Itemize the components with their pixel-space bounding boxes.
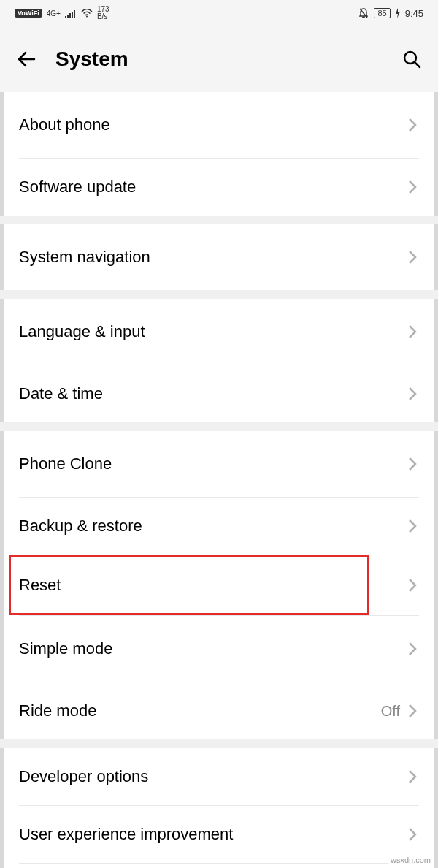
item-label: User experience improvement (19, 825, 406, 844)
header: System (0, 26, 438, 92)
status-left: VoWiFi 4G+ 173 B/s (15, 6, 110, 20)
item-phone-clone[interactable]: Phone Clone (4, 431, 434, 497)
section-about: About phone Software update (0, 92, 438, 216)
search-button[interactable] (400, 47, 423, 71)
item-developer-options[interactable]: Developer options (4, 748, 434, 805)
chevron-right-icon (406, 457, 419, 471)
item-label: Date & time (19, 384, 406, 403)
item-backup-restore[interactable]: Backup & restore (4, 498, 434, 555)
item-simple-mode[interactable]: Simple mode (4, 616, 434, 682)
status-right: 85 9:45 (358, 7, 423, 19)
item-software-update[interactable]: Software update (4, 159, 434, 216)
item-label: Ride mode (19, 701, 381, 720)
item-label: About phone (19, 115, 406, 134)
item-reset[interactable]: Reset (4, 555, 434, 615)
section-language: Language & input Date & time (0, 299, 438, 422)
item-certification-logos[interactable]: Certification logos (4, 864, 434, 868)
item-label: Language & input (19, 322, 406, 341)
signal-icon (65, 9, 77, 18)
item-label: Developer options (19, 767, 406, 786)
chevron-right-icon (406, 828, 419, 841)
item-label: System navigation (19, 248, 406, 267)
item-label: Reset (19, 576, 406, 595)
chevron-right-icon (406, 519, 419, 533)
item-about-phone[interactable]: About phone (4, 92, 434, 158)
item-language-input[interactable]: Language & input (4, 299, 434, 365)
status-bar: VoWiFi 4G+ 173 B/s 85 9:45 (0, 0, 438, 26)
back-button[interactable] (15, 47, 38, 71)
item-system-navigation[interactable]: System navigation (4, 224, 434, 290)
chevron-right-icon (406, 642, 419, 655)
vowifi-badge: VoWiFi (15, 9, 42, 18)
item-label: Simple mode (19, 639, 406, 658)
chevron-right-icon (406, 251, 419, 264)
dnd-icon (358, 7, 369, 19)
section-developer: Developer options User experience improv… (0, 748, 438, 868)
item-label: Software update (19, 178, 406, 197)
watermark: wsxdn.com (388, 855, 434, 865)
page-title: System (55, 47, 383, 71)
chevron-right-icon (406, 704, 419, 717)
section-navigation: System navigation (0, 224, 438, 290)
chevron-right-icon (406, 770, 419, 783)
item-value: Off (381, 703, 400, 720)
item-date-time[interactable]: Date & time (4, 365, 434, 422)
chevron-right-icon (406, 325, 419, 338)
charging-icon (395, 8, 401, 18)
section-reset: Phone Clone Backup & restore Reset Simpl… (0, 431, 438, 739)
svg-line-2 (415, 62, 420, 67)
svg-point-0 (86, 16, 88, 18)
item-ride-mode[interactable]: Ride mode Off (4, 682, 434, 739)
chevron-right-icon (406, 387, 419, 400)
network-gen: 4G+ (47, 9, 61, 18)
chevron-right-icon (406, 118, 419, 132)
data-rate: 173 B/s (97, 6, 110, 20)
item-user-experience[interactable]: User experience improvement (4, 806, 434, 863)
item-label: Phone Clone (19, 454, 406, 473)
chevron-right-icon (406, 180, 419, 194)
battery-indicator: 85 (374, 8, 390, 18)
search-icon (402, 49, 422, 69)
chevron-right-icon (406, 579, 419, 592)
wifi-icon (81, 9, 93, 18)
item-label: Backup & restore (19, 517, 406, 536)
clock: 9:45 (405, 8, 423, 19)
back-arrow-icon (16, 49, 36, 69)
